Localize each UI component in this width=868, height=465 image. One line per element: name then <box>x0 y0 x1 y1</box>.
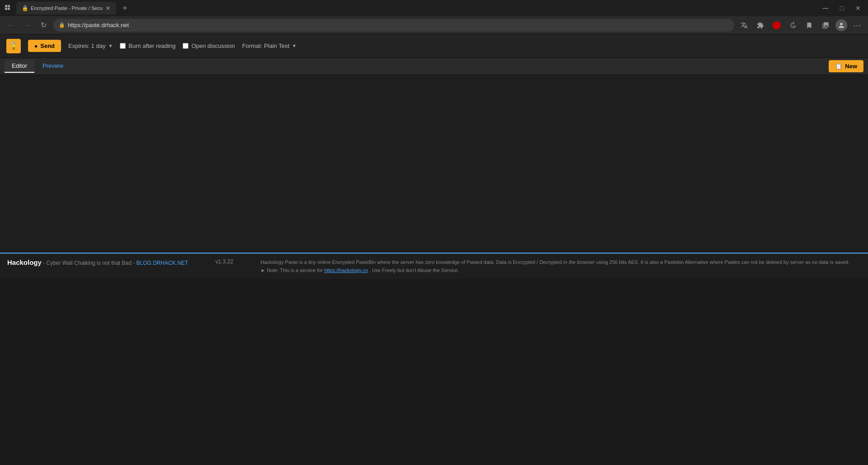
app-bar: 🔓 ● Send Expires: 1 day ▼ Burn after rea… <box>0 34 868 58</box>
send-icon: ● <box>34 43 38 49</box>
tabs-left: Editor Preview <box>5 60 71 73</box>
tab-editor[interactable]: Editor <box>5 60 34 73</box>
editor-textarea[interactable] <box>0 75 868 251</box>
reload-button[interactable]: ↻ <box>37 19 50 32</box>
bookmark-button[interactable] <box>803 19 816 32</box>
collections-button[interactable] <box>819 19 832 32</box>
footer-brand: Hackology - Cyber Wall Chalking is not t… <box>7 258 188 266</box>
minimize-button[interactable]: ─ <box>819 2 832 14</box>
footer-desc-text: Hackology Paste is a tiny online Encrypt… <box>260 259 849 265</box>
brand-tagline: - Cyber Wall Chalking is not that Bad - <box>42 260 137 266</box>
browser-menu-icon[interactable] <box>4 4 13 13</box>
burn-checkbox[interactable] <box>120 43 126 49</box>
tab-close-button[interactable]: ✕ <box>105 5 111 12</box>
send-label: Send <box>40 42 55 49</box>
footer: Hackology - Cyber Wall Chalking is not t… <box>0 254 868 279</box>
svg-rect-1 <box>8 5 10 7</box>
svg-rect-2 <box>5 8 7 10</box>
svg-rect-0 <box>5 5 7 7</box>
active-browser-tab[interactable]: 🔒 Encrypted Paste - Private / Secu ✕ <box>16 2 116 14</box>
browser-chrome: 🔒 Encrypted Paste - Private / Secu ✕ + ─… <box>0 0 868 34</box>
tab-bar-left: 🔒 Encrypted Paste - Private / Secu ✕ + <box>4 2 130 14</box>
editor-tabs: Editor Preview 📋 New <box>0 58 868 75</box>
tab-title: Encrypted Paste - Private / Secu <box>31 5 103 11</box>
url-input[interactable] <box>68 22 729 28</box>
history-button[interactable] <box>787 19 799 32</box>
expires-dropdown[interactable]: Expires: 1 day ▼ <box>68 42 113 49</box>
new-tab-button[interactable]: + <box>120 4 130 13</box>
nav-controls: ← → ↻ 🔒 <box>0 16 868 34</box>
tab-preview[interactable]: Preview <box>35 60 71 73</box>
format-dropdown[interactable]: Format: Plain Text ▼ <box>242 42 297 49</box>
shield-button[interactable] <box>770 19 783 32</box>
lock-icon: 🔓 <box>9 41 19 51</box>
hackology-link[interactable]: https://hackology.co <box>324 268 368 273</box>
editor-wrapper <box>0 75 868 254</box>
burn-label: Burn after reading <box>128 42 175 49</box>
footer-version: v1.3.22 <box>206 258 242 265</box>
expires-label: Expires: 1 day <box>68 42 105 49</box>
forward-button[interactable]: → <box>21 19 33 32</box>
translate-button[interactable] <box>738 19 750 32</box>
burn-checkbox-item[interactable]: Burn after reading <box>120 42 175 49</box>
format-arrow-icon: ▼ <box>292 43 297 48</box>
new-paste-button[interactable]: 📋 New <box>829 60 863 72</box>
back-button[interactable]: ← <box>5 19 17 32</box>
profile-button[interactable] <box>835 19 847 31</box>
app-logo: 🔓 <box>6 39 21 53</box>
browser-menu-button[interactable]: ⋯ <box>851 19 863 32</box>
svg-rect-3 <box>8 8 10 10</box>
format-label: Format: Plain Text <box>242 42 290 49</box>
new-paste-label: New <box>845 63 857 70</box>
maximize-button[interactable]: □ <box>835 2 848 14</box>
nav-right-controls: ⋯ <box>738 19 863 32</box>
extensions-button[interactable] <box>754 19 767 32</box>
window-controls: ─ □ ✕ <box>819 2 864 14</box>
tab-favicon: 🔒 <box>22 5 28 11</box>
discussion-label: Open discussion <box>191 42 235 49</box>
send-button[interactable]: ● Send <box>28 40 61 52</box>
close-button[interactable]: ✕ <box>852 2 864 14</box>
discussion-checkbox[interactable] <box>183 43 189 49</box>
brand-name: Hackology <box>7 258 42 266</box>
footer-description: Hackology Paste is a tiny online Encrypt… <box>260 258 861 274</box>
address-bar[interactable]: 🔒 <box>53 19 734 32</box>
footer-brand-line: Hackology - Cyber Wall Chalking is not t… <box>7 258 188 266</box>
tab-bar: 🔒 Encrypted Paste - Private / Secu ✕ + ─… <box>0 0 868 16</box>
red-circle-icon <box>773 21 781 29</box>
new-paste-icon: 📋 <box>835 63 842 70</box>
footer-note: ► Note: This is a service for https://ha… <box>260 268 459 273</box>
expires-arrow-icon: ▼ <box>108 43 113 48</box>
discussion-checkbox-item[interactable]: Open discussion <box>183 42 235 49</box>
ssl-lock-icon: 🔒 <box>59 22 65 28</box>
blog-link[interactable]: BLOG.DRHACK.NET <box>137 260 189 266</box>
